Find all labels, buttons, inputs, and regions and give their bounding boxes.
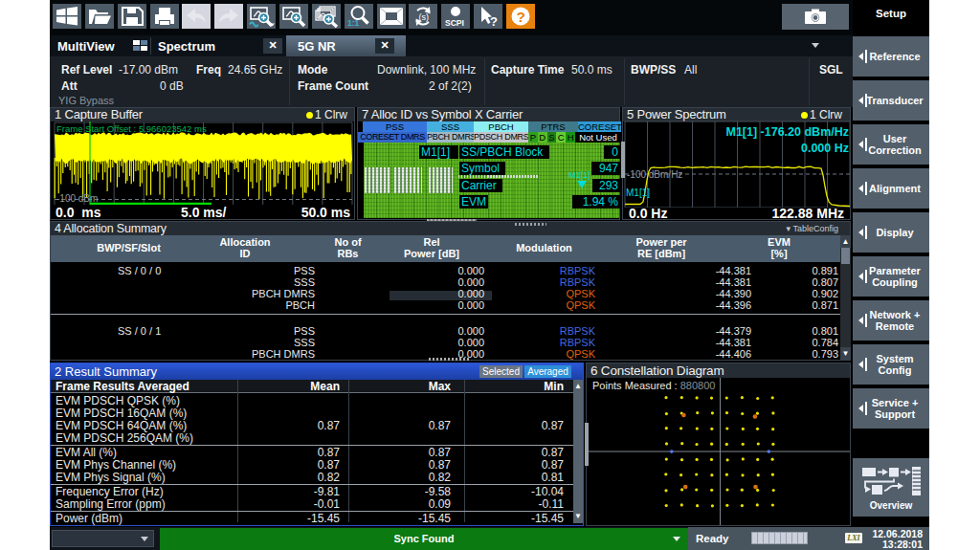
svg-text:?: ? bbox=[516, 9, 524, 25]
svg-text:-100 dBm/Hz: -100 dBm/Hz bbox=[627, 169, 682, 180]
svg-text:SCPI: SCPI bbox=[445, 18, 464, 28]
svg-text:Frame Start Offset : 5.9660235: Frame Start Offset : 5.966023542 ms bbox=[56, 123, 207, 134]
svg-text:1:1: 1:1 bbox=[347, 18, 360, 28]
svg-text:M1[1] -176.20 dBm/Hz: M1[1] -176.20 dBm/Hz bbox=[725, 125, 849, 139]
svg-text:(s): (s) bbox=[419, 12, 430, 22]
svg-text:?: ? bbox=[490, 14, 498, 29]
svg-text:Points Measured : 880800: Points Measured : 880800 bbox=[592, 380, 715, 391]
svg-text:-100 dBm: -100 dBm bbox=[56, 193, 98, 204]
svg-text:0.000 Hz: 0.000 Hz bbox=[801, 142, 849, 155]
svg-text:M1[1]: M1[1] bbox=[626, 187, 650, 198]
